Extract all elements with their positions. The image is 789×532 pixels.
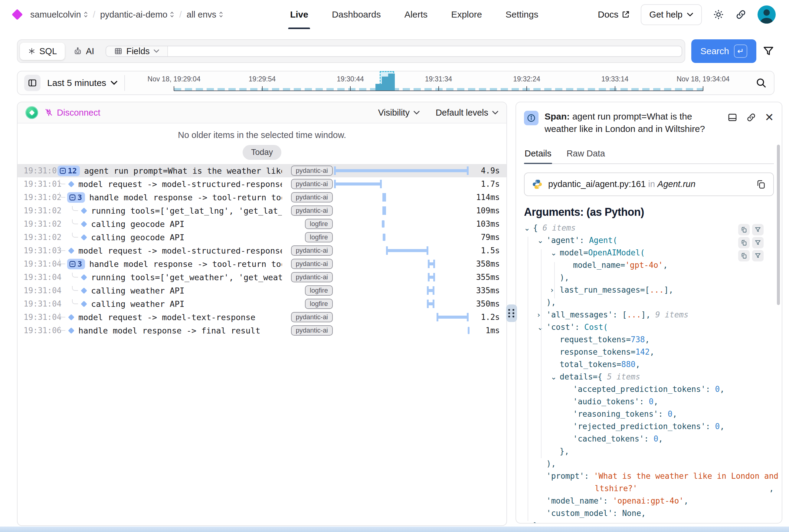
tag-pill[interactable]: logfire: [305, 219, 333, 229]
search-input[interactable]: [168, 46, 681, 56]
trace-row[interactable]: 19:31:02running tools=['get_lat_lng', 'g…: [18, 204, 506, 217]
collapse-chevron-icon[interactable]: ⌄: [524, 224, 533, 232]
chevron-down-icon: [111, 80, 118, 86]
tag-pill[interactable]: logfire: [305, 285, 333, 296]
tag-pill[interactable]: pydantic-ai: [291, 312, 333, 322]
user-avatar[interactable]: [757, 5, 776, 24]
tag-pill[interactable]: pydantic-ai: [291, 245, 333, 256]
code-line: ›'all_messages': [...], 9 items: [524, 310, 774, 323]
trace-list: No older items in the selected time wind…: [18, 124, 506, 525]
search-button[interactable]: Search ↵: [691, 39, 756, 63]
get-help-button[interactable]: Get help: [641, 4, 702, 25]
indent-guide: [541, 249, 541, 458]
duration-bar: [468, 324, 469, 337]
code-line: ›last_run_messages=[...],: [524, 285, 774, 298]
trace-row[interactable]: 19:31:03model request -> model-structure…: [18, 244, 506, 257]
trace-row[interactable]: 19:31:04calling weather APIlogfire335ms: [18, 284, 506, 297]
copy-icon[interactable]: [738, 224, 750, 235]
source-function: Agent.run: [657, 179, 695, 189]
trace-row[interactable]: 19:31:01model request -> model-structure…: [18, 177, 506, 191]
tag-pill[interactable]: pydantic-ai: [291, 192, 333, 203]
span-diamond-icon: [68, 247, 74, 253]
filter-icon[interactable]: [752, 224, 764, 235]
duration-bar: [386, 244, 428, 257]
copy-icon[interactable]: [738, 250, 750, 262]
breadcrumb-item[interactable]: pydantic-ai-demo: [100, 10, 174, 20]
default-levels-dropdown[interactable]: Default levels: [436, 108, 499, 118]
trace-row[interactable]: 19:31:02calling geocode APIlogfire103ms: [18, 217, 506, 231]
code-line: ⌄details={ 5 items: [524, 372, 774, 385]
filter-funnel-icon[interactable]: [763, 45, 774, 57]
tree-connector: [72, 299, 78, 304]
visibility-dropdown[interactable]: Visibility: [378, 108, 420, 118]
copy-link-icon[interactable]: [746, 112, 756, 122]
panel-resize-handle[interactable]: [506, 304, 517, 322]
fields-dropdown[interactable]: Fields: [106, 46, 168, 56]
expand-chevron-icon[interactable]: ›: [537, 311, 546, 319]
logfire-logo-icon[interactable]: [12, 9, 23, 20]
tab-alerts[interactable]: Alerts: [404, 0, 428, 29]
tag-pill[interactable]: pydantic-ai: [291, 179, 333, 189]
disconnect-button[interactable]: Disconnect: [44, 108, 100, 118]
zoom-magnifier-icon[interactable]: [748, 77, 774, 89]
waterfall-cell: [334, 284, 471, 297]
expand-chevron-icon[interactable]: ›: [551, 286, 560, 294]
scrollbar-thumb[interactable]: [777, 145, 780, 305]
tab-settings[interactable]: Settings: [505, 0, 538, 29]
share-link-icon[interactable]: [735, 9, 747, 20]
today-button[interactable]: Today: [243, 145, 281, 160]
collapse-count-badge[interactable]: 12: [57, 166, 80, 176]
time-range-dropdown[interactable]: Last 5 minutes: [47, 78, 118, 88]
trace-row[interactable]: 19:31:04model request -> model-text-resp…: [18, 310, 506, 324]
trace-row[interactable]: 19:31:06handle model response -> final r…: [18, 324, 506, 337]
sql-mode-button[interactable]: SQL: [20, 43, 65, 60]
waterfall-cell: [334, 270, 471, 284]
tag-pill[interactable]: pydantic-ai: [291, 272, 333, 282]
theme-toggle-sun-icon[interactable]: [713, 9, 724, 20]
trace-row[interactable]: 19:31:04running tools=['get_weather', 'g…: [18, 270, 506, 284]
collapse-chevron-icon[interactable]: ⌄: [551, 249, 560, 257]
divider: [124, 75, 125, 91]
tab-live[interactable]: Live: [290, 0, 308, 29]
collapse-count-badge[interactable]: 3: [67, 259, 85, 269]
collapse-chevron-icon[interactable]: ⌄: [537, 236, 546, 245]
copy-icon[interactable]: [738, 237, 750, 248]
docs-link[interactable]: Docs: [598, 10, 630, 20]
filter-icon[interactable]: [752, 250, 764, 262]
trace-row[interactable]: 19:31:02calling geocode APIlogfire79ms: [18, 231, 506, 244]
span-duration: 1.7s: [471, 179, 506, 189]
detail-tab-raw-data[interactable]: Raw Data: [566, 146, 606, 164]
collapse-chevron-icon[interactable]: ⌄: [551, 373, 560, 381]
detail-tab-details[interactable]: Details: [524, 146, 552, 164]
search-bar: SQL AI Fields: [17, 39, 685, 63]
trace-row[interactable]: 19:31:023handle model response -> tool-r…: [18, 191, 506, 204]
live-status-icon[interactable]: [25, 106, 38, 119]
tag-pill[interactable]: pydantic-ai: [291, 325, 333, 336]
trace-row[interactable]: 19:31:04calling weather APIlogfire350ms: [18, 297, 506, 310]
collapse-count-badge[interactable]: 3: [67, 192, 85, 203]
tag-pill[interactable]: logfire: [305, 232, 333, 242]
tab-dashboards[interactable]: Dashboards: [332, 0, 381, 29]
trace-row[interactable]: 19:31:0112agent run prompt=What is the w…: [18, 164, 506, 177]
source-location[interactable]: pydantic_ai/agent.py:161inAgent.run: [524, 172, 774, 196]
sidebar-toggle-icon[interactable]: [24, 75, 41, 91]
trace-row[interactable]: 19:31:043handle model response -> tool-r…: [18, 257, 506, 270]
close-icon[interactable]: ✕: [765, 112, 774, 123]
breadcrumb-item[interactable]: all envs: [187, 10, 223, 20]
tag-pill[interactable]: pydantic-ai: [291, 259, 333, 269]
tag-pill[interactable]: logfire: [305, 299, 333, 309]
tab-explore[interactable]: Explore: [451, 0, 482, 29]
copy-icon[interactable]: [756, 179, 766, 189]
dock-panel-icon[interactable]: [727, 112, 737, 122]
duration-bar: [428, 270, 435, 284]
ai-mode-button[interactable]: AI: [66, 43, 101, 60]
waterfall-cell: [334, 244, 471, 257]
breadcrumb-item[interactable]: samuelcolvin: [30, 10, 88, 20]
timeline-track[interactable]: Nov 18, 19:29:0419:29:5419:30:4419:31:34…: [132, 71, 748, 94]
top-nav: samuelcolvin/pydantic-ai-demo/all envs L…: [0, 0, 789, 29]
filter-icon[interactable]: [752, 237, 764, 248]
span-diamond-icon: [81, 207, 87, 214]
tag-pill[interactable]: pydantic-ai: [291, 166, 333, 176]
tag-pill[interactable]: pydantic-ai: [291, 206, 333, 216]
collapse-chevron-icon[interactable]: ⌄: [537, 323, 546, 332]
